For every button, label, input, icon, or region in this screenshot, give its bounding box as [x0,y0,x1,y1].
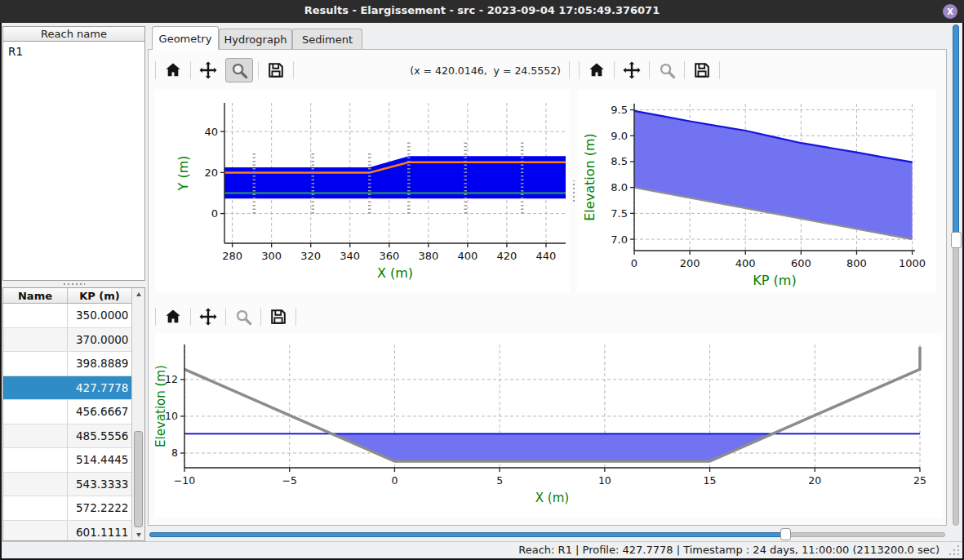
plot-splitter[interactable] [570,90,577,292]
svg-text:Elevation (m): Elevation (m) [582,133,598,220]
time-slider[interactable] [149,527,945,542]
time-slider-handle[interactable] [780,528,791,540]
scrollbar-thumb[interactable] [134,431,143,527]
home-button[interactable] [161,59,185,82]
svg-text:400: 400 [735,257,756,269]
save-button[interactable] [266,305,291,328]
save-icon [269,308,287,326]
svg-text:5: 5 [496,474,503,487]
cursor-coordinates: (x = 420.0146, y = 24.5552) [410,64,564,77]
zoom-icon [234,308,253,327]
zoom-icon [230,61,249,80]
kp-cell: 456.6667 [68,400,131,424]
svg-text:340: 340 [340,250,360,262]
zoom-button[interactable] [655,59,679,82]
svg-text:280: 280 [222,250,242,262]
svg-text:380: 380 [418,250,438,262]
name-cell [3,328,68,352]
svg-text:0: 0 [391,474,398,487]
reach-list: R1 [2,42,145,281]
svg-text:8.5: 8.5 [611,155,628,167]
reach-list-item[interactable]: R1 [3,42,144,61]
kp-cell: 601.1111 [68,521,131,542]
title-bar: Results - Elargissement - src - 2023-09-… [0,0,964,23]
profile-slider[interactable] [951,24,962,526]
zoom-button-active[interactable] [225,58,253,82]
svg-text:440: 440 [536,250,557,262]
pan-button[interactable] [196,59,220,82]
svg-text:10: 10 [598,474,611,487]
zoom-button[interactable] [231,305,255,328]
table-row[interactable]: 572.2222 [3,496,131,521]
scroll-down-button[interactable] [132,529,144,540]
column-header-name[interactable]: Name [3,288,68,303]
close-icon: X [947,7,953,16]
close-button[interactable]: X [943,4,957,19]
name-cell [3,424,68,448]
plan-view-toolbar: (x = 420.0146, y = 24.5552) [155,57,570,83]
pan-button[interactable] [196,305,220,328]
resize-grip-icon[interactable] [948,544,960,556]
save-button[interactable] [690,59,714,82]
tab-sediment[interactable]: Sediment [292,29,362,49]
svg-text:400: 400 [457,250,478,262]
table-row[interactable]: 370.0000 [3,328,131,353]
profile-slider-handle[interactable] [951,232,962,248]
save-button[interactable] [264,59,288,82]
svg-text:0: 0 [211,207,218,220]
svg-text:7.5: 7.5 [611,207,628,220]
kp-cell: 350.0000 [68,304,131,327]
long-profile-toolbar [579,57,935,83]
save-icon [693,61,711,79]
cross-section-canvas[interactable]: −10−5051015202581012X (m)Elevation (m) [155,333,943,518]
table-row[interactable]: 601.1111 [3,521,131,542]
splitter-grip-icon [64,283,85,285]
table-row[interactable]: 350.0000 [3,304,131,328]
plan-view-canvas[interactable]: 28030032034036038040042044002040X (m)Y (… [155,90,570,292]
svg-text:25: 25 [913,474,926,487]
svg-text:8: 8 [171,447,178,459]
svg-text:800: 800 [846,257,867,269]
table-row[interactable]: 456.6667 [3,400,131,424]
table-row[interactable]: 398.8889 [3,352,131,376]
window-title: Results - Elargissement - src - 2023-09-… [0,4,964,16]
tab-geometry[interactable]: Geometry [152,26,219,50]
name-cell [3,304,68,327]
kp-cell: 427.7778 [68,376,131,400]
pan-button[interactable] [620,59,644,82]
kp-cell: 485.5556 [68,424,131,448]
home-icon [164,61,182,79]
profile-table: Name KP (m) 350.0000 370.0000 398.8889 4… [2,287,145,541]
table-header: Name KP (m) [3,288,131,304]
svg-text:1000: 1000 [899,257,926,269]
name-cell [3,376,68,400]
table-row[interactable]: 514.4445 [3,448,131,473]
name-cell [3,496,68,520]
home-button[interactable] [584,59,609,82]
reach-name-header: Reach name [2,26,145,42]
table-scrollbar[interactable] [131,288,144,540]
table-row[interactable]: 543.3333 [3,473,131,497]
profile-slider-filled-track[interactable] [953,24,959,240]
svg-text:15: 15 [704,474,717,487]
left-panel-splitter[interactable] [2,281,145,287]
svg-text:300: 300 [261,250,282,262]
long-profile-canvas[interactable]: 020040060080010007.07.58.08.59.09.5KP (m… [577,90,936,292]
scroll-up-button[interactable] [132,288,144,300]
home-button[interactable] [161,305,185,328]
kp-cell: 370.0000 [68,328,131,352]
svg-text:X (m): X (m) [535,491,569,505]
svg-text:420: 420 [497,250,518,262]
table-row-selected[interactable]: 427.7778 [3,376,131,401]
app-window: Results - Elargissement - src - 2023-09-… [0,0,964,560]
svg-text:20: 20 [808,474,821,487]
column-header-kp[interactable]: KP (m) [68,288,131,303]
home-icon [164,308,182,326]
tab-hydrograph[interactable]: Hydrograph [219,29,292,49]
time-slider-filled-track[interactable] [149,532,786,537]
table-row[interactable]: 485.5556 [3,424,131,449]
svg-text:0: 0 [631,257,637,269]
kp-cell: 514.4445 [68,448,131,472]
kp-cell: 543.3333 [68,473,131,496]
svg-text:200: 200 [680,257,700,269]
